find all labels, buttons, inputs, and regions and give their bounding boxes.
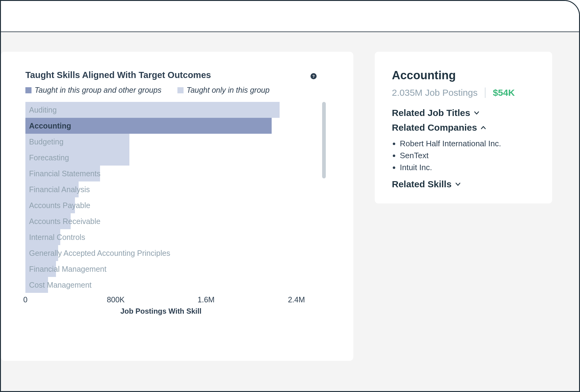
accordion-title-skills: Related Skills xyxy=(392,179,452,189)
company-item: Intuit Inc. xyxy=(400,163,535,172)
detail-title: Accounting xyxy=(392,69,535,82)
bar-label: Accounts Payable xyxy=(29,201,90,210)
bar-label: Accounting xyxy=(29,121,71,130)
legend-item-series-b: Taught only in this group xyxy=(177,86,270,95)
accordion: Related Job Titles Related Companies Rob… xyxy=(392,108,535,189)
x-axis-label: Job Postings With Skill xyxy=(25,307,296,315)
bar-fill: Accounts Payable xyxy=(25,197,75,213)
bar-label: Financial Statements xyxy=(29,169,100,178)
bar-label: Financial Management xyxy=(29,265,106,274)
stats-divider xyxy=(485,88,485,98)
detail-stats: 2.035M Job Postings $54K xyxy=(392,88,535,98)
bar-label: Generally Accepted Accounting Principles xyxy=(29,249,170,258)
chart-card: Taught Skills Aligned With Target Outcom… xyxy=(1,52,353,361)
bar-fill: Accounts Receivable xyxy=(25,213,71,229)
accordion-title-job-titles: Related Job Titles xyxy=(392,108,470,118)
chart-bars: AuditingAccountingBudgetingForecastingFi… xyxy=(25,102,296,293)
bar-fill: Financial Management xyxy=(25,261,56,277)
bar-label: Auditing xyxy=(29,106,57,114)
chart-scrollbar[interactable] xyxy=(322,102,326,289)
bar-row[interactable]: Cost Management xyxy=(25,277,296,293)
x-tick: 2.4M xyxy=(288,295,305,304)
accordion-header-skills[interactable]: Related Skills xyxy=(392,179,535,189)
bar-row[interactable]: Accounts Receivable xyxy=(25,213,296,229)
bar-fill: Cost Management xyxy=(25,277,48,293)
accordion-title-companies: Related Companies xyxy=(392,122,477,133)
chevron-down-icon xyxy=(473,110,480,116)
bar-fill: Accounting xyxy=(25,118,272,134)
bar-row[interactable]: Budgeting xyxy=(25,134,296,150)
legend-label-a: Taught in this group and other groups xyxy=(35,86,162,95)
detail-card: Accounting 2.035M Job Postings $54K Rela… xyxy=(375,52,552,203)
bar-row[interactable]: Financial Analysis xyxy=(25,181,296,197)
accordion-header-job-titles[interactable]: Related Job Titles xyxy=(392,108,535,118)
bar-fill: Auditing xyxy=(25,102,280,118)
top-bar xyxy=(1,1,579,32)
bar-row[interactable]: Auditing xyxy=(25,102,296,118)
help-icon[interactable]: ? xyxy=(310,73,317,79)
bar-label: Forecasting xyxy=(29,153,69,162)
chart-title: Taught Skills Aligned With Target Outcom… xyxy=(25,70,329,80)
bar-fill: Financial Statements xyxy=(25,166,100,181)
chart-plot-area: AuditingAccountingBudgetingForecastingFi… xyxy=(25,102,296,295)
chevron-up-icon xyxy=(480,124,487,131)
bar-label: Financial Analysis xyxy=(29,185,90,194)
chart-legend: Taught in this group and other groups Ta… xyxy=(25,86,329,95)
legend-swatch-b xyxy=(177,87,184,93)
legend-label-b: Taught only in this group xyxy=(187,86,270,95)
job-postings-count: 2.035M Job Postings xyxy=(392,88,478,98)
bar-row[interactable]: Financial Statements xyxy=(25,166,296,181)
company-item: SenText xyxy=(400,151,535,160)
x-tick: 1.6M xyxy=(198,295,215,304)
bar-fill: Generally Accepted Accounting Principles xyxy=(25,245,58,261)
bar-label: Internal Controls xyxy=(29,233,85,242)
bar-fill: Internal Controls xyxy=(25,229,60,245)
legend-item-series-a: Taught in this group and other groups xyxy=(25,86,162,95)
scrollbar-thumb[interactable] xyxy=(322,102,326,178)
bar-fill: Budgeting xyxy=(25,134,129,150)
x-tick: 0 xyxy=(23,295,28,304)
bar-row[interactable]: Financial Management xyxy=(25,261,296,277)
bar-row[interactable]: Accounts Payable xyxy=(25,197,296,213)
bar-label: Cost Management xyxy=(29,281,91,289)
salary-value: $54K xyxy=(493,88,515,98)
accordion-header-companies[interactable]: Related Companies xyxy=(392,122,535,133)
x-tick: 800K xyxy=(107,295,125,304)
bar-row[interactable]: Forecasting xyxy=(25,150,296,166)
bar-row[interactable]: Accounting xyxy=(25,118,296,134)
bar-label: Budgeting xyxy=(29,137,64,146)
app-window: Taught Skills Aligned With Target Outcom… xyxy=(0,0,580,392)
accordion-body-companies: Robert Half International Inc.SenTextInt… xyxy=(392,139,535,172)
bar-label: Accounts Receivable xyxy=(29,217,100,226)
company-item: Robert Half International Inc. xyxy=(400,139,535,148)
bar-fill: Forecasting xyxy=(25,150,129,166)
legend-swatch-a xyxy=(25,87,32,93)
bar-fill: Financial Analysis xyxy=(25,181,79,197)
chevron-down-icon xyxy=(455,181,461,188)
bar-row[interactable]: Generally Accepted Accounting Principles xyxy=(25,245,296,261)
bar-row[interactable]: Internal Controls xyxy=(25,229,296,245)
